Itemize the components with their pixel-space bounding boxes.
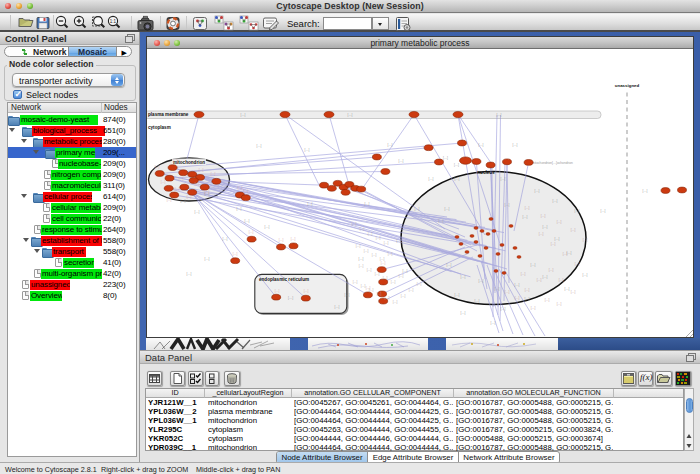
svg-text:[…]: […] (205, 257, 210, 261)
svg-text:[…]: […] (461, 311, 466, 315)
svg-text:[…]: […] (361, 284, 366, 288)
svg-text:[…]: […] (505, 203, 510, 207)
svg-text:[…]: […] (304, 289, 309, 293)
svg-text:[…]: […] (447, 263, 452, 267)
svg-text:[…]: […] (375, 272, 380, 276)
svg-text:[…]: […] (388, 252, 393, 256)
svg-text:[…]: […] (563, 252, 568, 256)
svg-text:[…]: […] (205, 190, 210, 194)
svg-text:[…]: […] (439, 219, 444, 223)
svg-text:[…]: […] (359, 257, 364, 261)
svg-text:[…]: […] (360, 227, 365, 231)
svg-text:[…]: […] (199, 168, 204, 172)
svg-text:[…]: […] (365, 202, 370, 206)
svg-text:[…]: […] (237, 207, 242, 211)
svg-text:[…]: […] (353, 280, 358, 284)
svg-text:[…]: […] (397, 239, 402, 243)
svg-text:[…]: […] (384, 241, 389, 245)
svg-text:[…]: […] (515, 296, 520, 300)
svg-text:[…]: […] (443, 156, 448, 160)
svg-text:[…]: […] (372, 253, 377, 257)
svg-text:[…]: […] (501, 307, 506, 311)
svg-text:[…]: […] (173, 159, 178, 163)
svg-text:[…]: […] (377, 292, 382, 296)
svg-text:[…]: […] (279, 238, 284, 242)
svg-text:[…]: […] (335, 305, 340, 309)
svg-text:[…]: […] (429, 177, 434, 181)
svg-text:[…]: […] (549, 268, 554, 272)
svg-text:[…]: […] (161, 180, 166, 184)
svg-text:[…]: […] (409, 288, 414, 292)
svg-text:[…]: […] (187, 195, 192, 199)
svg-text:[…]: […] (491, 321, 496, 325)
svg-text:[…]: […] (380, 257, 385, 261)
svg-text:[…]: […] (505, 290, 510, 294)
svg-text:[…]: […] (559, 278, 564, 282)
svg-text:[…]: […] (383, 276, 388, 280)
svg-text:[…]: […] (305, 148, 310, 152)
svg-text:[…]: […] (513, 143, 518, 147)
svg-text:[…]: […] (211, 172, 216, 176)
svg-text:[…]: […] (403, 269, 408, 273)
svg-text:[…]: […] (461, 275, 466, 279)
svg-text:[…]: […] (643, 189, 648, 193)
svg-text:[…]: […] (539, 232, 544, 236)
svg-text:[…]: […] (368, 232, 373, 236)
svg-text:[…]: […] (388, 143, 393, 147)
svg-text:[…]: […] (167, 198, 172, 202)
svg-text:[…]: […] (381, 261, 386, 265)
svg-text:[…]: […] (249, 230, 254, 234)
svg-text:mitochondrion[…]ochondrion: mitochondrion[…]ochondrion (532, 161, 573, 165)
svg-text:[…]: […] (479, 143, 484, 147)
svg-text:1:1: 1:1 (110, 19, 117, 24)
svg-text:[…]: […] (399, 274, 404, 278)
svg-text:[…]: […] (497, 113, 502, 117)
svg-text:[…]: […] (275, 289, 280, 293)
svg-text:[…]: […] (195, 182, 200, 186)
svg-text:[…]: […] (531, 263, 536, 267)
svg-text:mitochondrion: mitochondrion (173, 160, 205, 165)
svg-text:[…]: […] (257, 144, 262, 148)
svg-text:[…]: […] (291, 237, 296, 241)
svg-text:[…]: […] (369, 288, 374, 292)
svg-text:[…]: […] (565, 287, 570, 291)
svg-text:[…]: […] (393, 300, 398, 304)
svg-text:[…]: […] (583, 273, 588, 277)
svg-text:[…]: […] (364, 249, 369, 253)
svg-text:[…]: […] (238, 186, 243, 190)
svg-text:[…]: […] (553, 199, 558, 203)
svg-text:[…]: […] (525, 297, 530, 301)
svg-text:plasma membrane: plasma membrane (148, 112, 189, 117)
svg-text:[…]: […] (265, 225, 270, 229)
svg-text:[…]: […] (245, 219, 250, 223)
svg-text:[…]: […] (543, 275, 548, 279)
svg-text:[…]: […] (501, 177, 506, 181)
svg-text:cytoplasm: cytoplasm (148, 125, 171, 130)
svg-text:[…]: […] (401, 294, 406, 298)
svg-text:[…]: […] (187, 272, 192, 276)
svg-text:[…]: […] (233, 252, 238, 256)
svg-text:[…]: […] (541, 214, 546, 218)
svg-text:[…]: […] (479, 279, 484, 283)
svg-text:[…]: […] (417, 282, 422, 286)
svg-text:[…]: […] (583, 238, 588, 242)
svg-text:[…]: […] (555, 237, 560, 241)
svg-text:[…]: […] (415, 207, 420, 211)
svg-text:[…]: […] (376, 236, 381, 240)
svg-text:[…]: […] (551, 242, 556, 246)
svg-text:[…]: […] (575, 262, 580, 266)
svg-text:[…]: […] (359, 264, 364, 268)
svg-text:[…]: […] (399, 159, 404, 163)
svg-text:[…]: […] (495, 287, 500, 291)
svg-text:[…]: […] (454, 163, 459, 167)
svg-text:[…]: […] (391, 280, 396, 284)
svg-text:[…]: […] (537, 278, 542, 282)
svg-text:[…]: […] (557, 220, 562, 224)
svg-text:[…]: […] (179, 177, 184, 181)
svg-text:[…]: […] (455, 177, 460, 181)
svg-text:[…]: […] (525, 288, 530, 292)
svg-text:[…]: […] (367, 268, 372, 272)
svg-text:[…]: […] (241, 113, 246, 117)
svg-text:[…]: […] (288, 296, 293, 300)
svg-text:[…]: […] (356, 244, 361, 248)
